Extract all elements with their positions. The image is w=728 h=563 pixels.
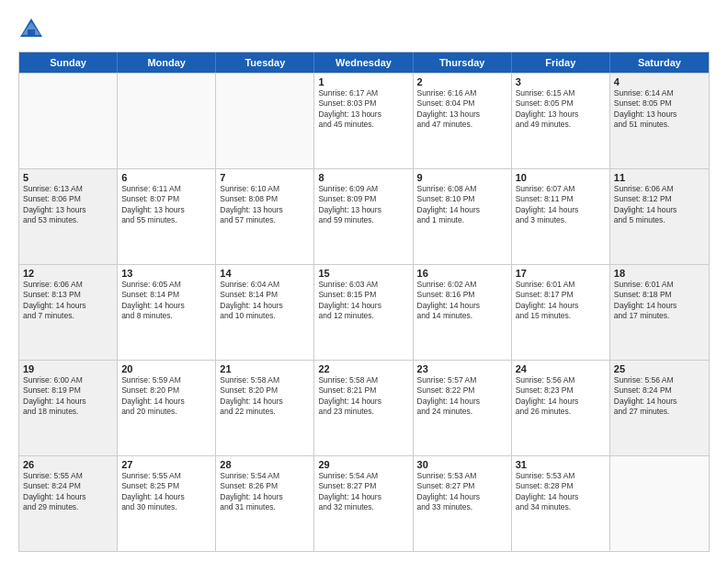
day-cell-3: 3Sunrise: 6:15 AM Sunset: 8:05 PM Daylig… xyxy=(512,74,610,168)
calendar-week-5: 26Sunrise: 5:55 AM Sunset: 8:24 PM Dayli… xyxy=(19,455,709,551)
day-number: 26 xyxy=(23,459,113,470)
calendar-week-3: 12Sunrise: 6:06 AM Sunset: 8:13 PM Dayli… xyxy=(19,264,709,360)
day-info: Sunrise: 6:15 AM Sunset: 8:05 PM Dayligh… xyxy=(516,88,606,131)
day-info: Sunrise: 5:53 AM Sunset: 8:27 PM Dayligh… xyxy=(417,471,507,513)
day-info: Sunrise: 5:54 AM Sunset: 8:26 PM Dayligh… xyxy=(220,471,310,513)
day-info: Sunrise: 6:06 AM Sunset: 8:13 PM Dayligh… xyxy=(23,280,113,322)
day-info: Sunrise: 5:55 AM Sunset: 8:24 PM Dayligh… xyxy=(23,471,113,513)
day-cell-20: 20Sunrise: 5:59 AM Sunset: 8:20 PM Dayli… xyxy=(118,361,216,455)
day-info: Sunrise: 6:16 AM Sunset: 8:04 PM Dayligh… xyxy=(417,88,507,131)
day-number: 20 xyxy=(121,363,211,374)
day-cell-6: 6Sunrise: 6:11 AM Sunset: 8:07 PM Daylig… xyxy=(118,169,216,264)
day-cell-15: 15Sunrise: 6:03 AM Sunset: 8:15 PM Dayli… xyxy=(314,265,413,360)
day-cell-4: 4Sunrise: 6:14 AM Sunset: 8:05 PM Daylig… xyxy=(610,74,709,168)
day-cell-27: 27Sunrise: 5:55 AM Sunset: 8:25 PM Dayli… xyxy=(118,456,216,551)
day-number: 21 xyxy=(220,363,310,374)
day-info: Sunrise: 6:05 AM Sunset: 8:14 PM Dayligh… xyxy=(121,280,211,322)
day-info: Sunrise: 5:56 AM Sunset: 8:23 PM Dayligh… xyxy=(516,375,606,418)
day-info: Sunrise: 6:17 AM Sunset: 8:03 PM Dayligh… xyxy=(318,88,408,131)
day-cell-19: 19Sunrise: 6:00 AM Sunset: 8:19 PM Dayli… xyxy=(19,361,118,455)
day-info: Sunrise: 6:10 AM Sunset: 8:08 PM Dayligh… xyxy=(220,184,310,226)
calendar-week-1: 1Sunrise: 6:17 AM Sunset: 8:03 PM Daylig… xyxy=(19,73,709,168)
calendar-header: SundayMondayTuesdayWednesdayThursdayFrid… xyxy=(19,52,709,73)
day-number: 7 xyxy=(220,172,310,183)
day-cell-5: 5Sunrise: 6:13 AM Sunset: 8:06 PM Daylig… xyxy=(19,169,118,264)
calendar-body: 1Sunrise: 6:17 AM Sunset: 8:03 PM Daylig… xyxy=(19,73,709,551)
day-number: 14 xyxy=(220,268,310,279)
day-cell-7: 7Sunrise: 6:10 AM Sunset: 8:08 PM Daylig… xyxy=(216,169,314,264)
day-cell-31: 31Sunrise: 5:53 AM Sunset: 8:28 PM Dayli… xyxy=(512,456,610,551)
day-number: 16 xyxy=(417,268,507,279)
calendar-week-2: 5Sunrise: 6:13 AM Sunset: 8:06 PM Daylig… xyxy=(19,168,709,264)
day-info: Sunrise: 6:01 AM Sunset: 8:18 PM Dayligh… xyxy=(614,280,705,322)
calendar-week-4: 19Sunrise: 6:00 AM Sunset: 8:19 PM Dayli… xyxy=(19,360,709,455)
header-day-thursday: Thursday xyxy=(414,52,512,73)
day-cell-16: 16Sunrise: 6:02 AM Sunset: 8:16 PM Dayli… xyxy=(414,265,512,360)
day-info: Sunrise: 6:00 AM Sunset: 8:19 PM Dayligh… xyxy=(23,375,113,418)
day-info: Sunrise: 6:03 AM Sunset: 8:15 PM Dayligh… xyxy=(318,280,408,322)
day-cell-2: 2Sunrise: 6:16 AM Sunset: 8:04 PM Daylig… xyxy=(414,74,512,168)
day-cell-14: 14Sunrise: 6:04 AM Sunset: 8:14 PM Dayli… xyxy=(216,265,314,360)
day-number: 10 xyxy=(516,172,606,183)
header-day-sunday: Sunday xyxy=(19,52,118,73)
day-cell-23: 23Sunrise: 5:57 AM Sunset: 8:22 PM Dayli… xyxy=(414,361,512,455)
empty-cell xyxy=(19,74,118,168)
day-cell-11: 11Sunrise: 6:06 AM Sunset: 8:12 PM Dayli… xyxy=(610,169,709,264)
day-info: Sunrise: 6:08 AM Sunset: 8:10 PM Dayligh… xyxy=(417,184,507,226)
day-info: Sunrise: 5:53 AM Sunset: 8:28 PM Dayligh… xyxy=(516,471,606,513)
day-cell-30: 30Sunrise: 5:53 AM Sunset: 8:27 PM Dayli… xyxy=(414,456,512,551)
header xyxy=(18,17,710,42)
day-number: 11 xyxy=(614,172,705,183)
day-cell-21: 21Sunrise: 5:58 AM Sunset: 8:20 PM Dayli… xyxy=(216,361,314,455)
day-info: Sunrise: 6:02 AM Sunset: 8:16 PM Dayligh… xyxy=(417,280,507,322)
day-number: 30 xyxy=(417,459,507,470)
day-number: 27 xyxy=(121,459,211,470)
header-day-tuesday: Tuesday xyxy=(216,52,314,73)
day-number: 18 xyxy=(614,268,705,279)
day-cell-13: 13Sunrise: 6:05 AM Sunset: 8:14 PM Dayli… xyxy=(118,265,216,360)
day-number: 31 xyxy=(516,459,606,470)
day-number: 23 xyxy=(417,363,507,374)
day-cell-22: 22Sunrise: 5:58 AM Sunset: 8:21 PM Dayli… xyxy=(314,361,413,455)
header-day-wednesday: Wednesday xyxy=(314,52,413,73)
day-cell-10: 10Sunrise: 6:07 AM Sunset: 8:11 PM Dayli… xyxy=(512,169,610,264)
day-cell-9: 9Sunrise: 6:08 AM Sunset: 8:10 PM Daylig… xyxy=(414,169,512,264)
header-day-monday: Monday xyxy=(118,52,216,73)
empty-cell xyxy=(216,74,314,168)
day-info: Sunrise: 5:58 AM Sunset: 8:20 PM Dayligh… xyxy=(220,375,310,418)
svg-rect-2 xyxy=(28,29,35,37)
day-info: Sunrise: 5:54 AM Sunset: 8:27 PM Dayligh… xyxy=(318,471,408,513)
day-number: 12 xyxy=(23,268,113,279)
day-cell-24: 24Sunrise: 5:56 AM Sunset: 8:23 PM Dayli… xyxy=(512,361,610,455)
logo xyxy=(18,17,48,42)
day-cell-12: 12Sunrise: 6:06 AM Sunset: 8:13 PM Dayli… xyxy=(19,265,118,360)
day-cell-29: 29Sunrise: 5:54 AM Sunset: 8:27 PM Dayli… xyxy=(314,456,413,551)
day-number: 13 xyxy=(121,268,211,279)
empty-cell xyxy=(118,74,216,168)
calendar: SundayMondayTuesdayWednesdayThursdayFrid… xyxy=(18,52,710,552)
day-number: 2 xyxy=(417,76,507,87)
day-number: 29 xyxy=(318,459,408,470)
day-cell-26: 26Sunrise: 5:55 AM Sunset: 8:24 PM Dayli… xyxy=(19,456,118,551)
header-day-friday: Friday xyxy=(512,52,610,73)
day-number: 5 xyxy=(23,172,113,183)
day-info: Sunrise: 5:55 AM Sunset: 8:25 PM Dayligh… xyxy=(121,471,211,513)
day-cell-17: 17Sunrise: 6:01 AM Sunset: 8:17 PM Dayli… xyxy=(512,265,610,360)
day-number: 25 xyxy=(614,363,705,374)
day-info: Sunrise: 6:11 AM Sunset: 8:07 PM Dayligh… xyxy=(121,184,211,226)
day-cell-25: 25Sunrise: 5:56 AM Sunset: 8:24 PM Dayli… xyxy=(610,361,709,455)
empty-cell xyxy=(610,456,709,551)
day-number: 6 xyxy=(121,172,211,183)
logo-icon xyxy=(18,17,44,42)
day-cell-18: 18Sunrise: 6:01 AM Sunset: 8:18 PM Dayli… xyxy=(610,265,709,360)
day-number: 24 xyxy=(516,363,606,374)
day-info: Sunrise: 6:14 AM Sunset: 8:05 PM Dayligh… xyxy=(614,88,705,131)
day-info: Sunrise: 5:56 AM Sunset: 8:24 PM Dayligh… xyxy=(614,375,705,418)
day-number: 15 xyxy=(318,268,408,279)
day-number: 22 xyxy=(318,363,408,374)
day-number: 9 xyxy=(417,172,507,183)
day-info: Sunrise: 5:58 AM Sunset: 8:21 PM Dayligh… xyxy=(318,375,408,418)
day-info: Sunrise: 6:06 AM Sunset: 8:12 PM Dayligh… xyxy=(614,184,705,226)
day-number: 28 xyxy=(220,459,310,470)
day-cell-28: 28Sunrise: 5:54 AM Sunset: 8:26 PM Dayli… xyxy=(216,456,314,551)
